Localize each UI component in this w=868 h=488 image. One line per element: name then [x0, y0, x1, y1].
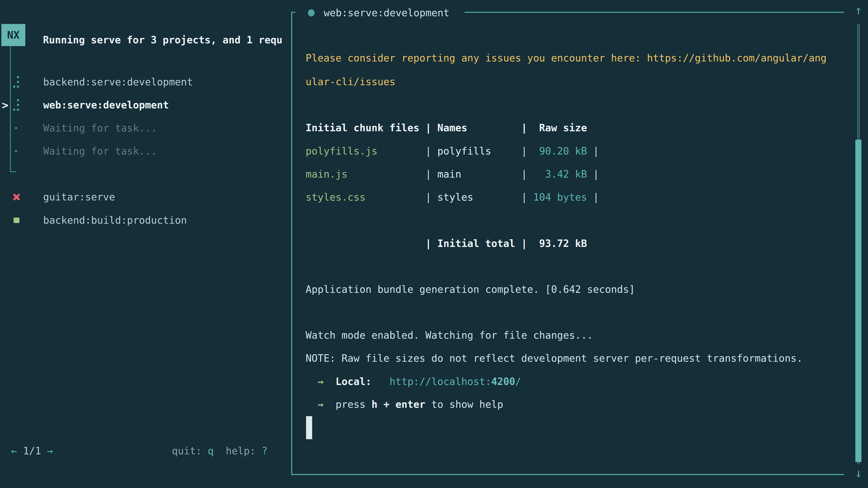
help-key: ?	[261, 445, 268, 457]
panel-border-top	[465, 12, 844, 13]
running-status-dot-icon	[308, 9, 315, 17]
local-url[interactable]: http://localhost:	[390, 376, 491, 387]
chunk-file: main.js	[306, 168, 347, 180]
app-title: Running serve for 3 projects, and 1 requ	[43, 29, 290, 51]
table-separator: |	[473, 191, 533, 203]
quit-key: q	[208, 445, 214, 457]
chunk-file: styles.css	[306, 191, 366, 203]
chunk-name: main	[437, 168, 461, 180]
panel-title: web:serve:development	[324, 2, 450, 24]
chunk-table-header: Initial chunk files | Names | Raw size	[306, 117, 587, 139]
task-row-backend-serve[interactable]: backend:serve:development	[0, 71, 291, 93]
issue-notice-line-1: Please consider reporting any issues you…	[306, 47, 827, 69]
task-label-selected: web:serve:development	[43, 94, 169, 116]
table-separator: |	[587, 145, 599, 157]
table-separator: |	[491, 145, 533, 157]
table-separator: |	[366, 191, 437, 203]
task-row-web-serve[interactable]: > web:serve:development	[0, 94, 291, 116]
pad	[306, 398, 318, 410]
help-text: to show help	[426, 398, 503, 410]
task-label: backend:serve:development	[43, 71, 193, 93]
success-square-icon	[13, 218, 20, 223]
chunk-size: 3.42 kB	[533, 168, 587, 180]
chunk-size: 104 bytes	[533, 191, 587, 203]
help-hint-line: → press h + enter to show help	[306, 393, 503, 416]
prompt-arrow-icon: →	[318, 398, 324, 410]
initial-total-line: | Initial total | 93.72 kB	[306, 232, 587, 255]
failed-cross-icon	[12, 193, 21, 201]
pagination: ← 1/1 →	[11, 440, 53, 462]
task-label: guitar:serve	[43, 186, 115, 208]
table-separator: |	[347, 168, 437, 180]
panel-border-top-stub	[291, 12, 295, 13]
spinner-icon	[13, 76, 20, 88]
local-url-slash[interactable]: /	[515, 376, 521, 387]
nx-logo: NX	[1, 24, 25, 46]
pad	[323, 398, 336, 410]
task-label: Waiting for task...	[43, 140, 157, 162]
watch-mode-line: Watch mode enabled. Watching for file ch…	[306, 324, 593, 347]
task-row-waiting-2[interactable]: Waiting for task...	[0, 140, 291, 162]
page-prev-arrow-icon[interactable]: ←	[11, 445, 17, 457]
chunk-table-row: polyfills.js | polyfills | 90.20 kB |	[306, 140, 599, 162]
panel-border-bottom	[291, 474, 844, 475]
terminal-cursor	[306, 416, 312, 439]
spinner-icon	[13, 99, 20, 111]
nx-tui-screen: NX Running serve for 3 projects, and 1 r…	[0, 0, 868, 488]
task-label: backend:build:production	[43, 209, 187, 232]
prompt-arrow-icon: →	[318, 376, 324, 387]
scroll-down-arrow-icon[interactable]: ↓	[852, 465, 865, 481]
scrollbar-thumb[interactable]	[855, 140, 862, 462]
task-label: Waiting for task...	[43, 117, 157, 139]
help-text: press	[336, 398, 371, 410]
chunk-size: 90.20 kB	[533, 145, 587, 157]
local-url-port[interactable]: 4200	[491, 376, 515, 387]
chunk-file: polyfills.js	[306, 145, 377, 157]
table-separator: |	[377, 145, 437, 157]
issue-notice-line-2: ular-cli/issues	[306, 70, 395, 93]
pad	[371, 376, 389, 387]
chunk-name: styles	[437, 191, 473, 203]
page-indicator: 1/1	[17, 445, 47, 457]
panel-border-left	[291, 12, 292, 475]
chunk-table-row: styles.css | styles | 104 bytes |	[306, 186, 599, 208]
quit-hint-label: quit:	[172, 445, 208, 457]
help-keys: h + enter	[371, 398, 425, 410]
task-row-backend-build[interactable]: backend:build:production	[0, 209, 291, 232]
pad	[306, 376, 318, 387]
table-separator: |	[587, 191, 599, 203]
keyboard-hints: quit: q help: ?	[172, 440, 268, 462]
local-label: Local:	[336, 376, 371, 387]
scroll-up-arrow-icon[interactable]: ↑	[852, 2, 865, 19]
chunk-name: polyfills	[437, 145, 491, 157]
note-line: NOTE: Raw file sizes do not reflect deve…	[306, 347, 803, 369]
local-url-line: → Local: http://localhost:4200/	[306, 370, 521, 393]
help-hint-label: help:	[214, 445, 261, 457]
bundle-complete-line: Application bundle generation complete. …	[306, 278, 635, 301]
table-separator: |	[461, 168, 533, 180]
page-next-arrow-icon[interactable]: →	[47, 445, 53, 457]
waiting-dot-icon	[15, 150, 17, 152]
task-row-waiting-1[interactable]: Waiting for task...	[0, 117, 291, 139]
table-separator: |	[587, 168, 599, 180]
chunk-table-row: main.js | main | 3.42 kB |	[306, 163, 599, 186]
pad	[323, 376, 336, 387]
tree-line-foot	[10, 171, 16, 172]
waiting-dot-icon	[15, 127, 17, 129]
task-row-guitar-serve[interactable]: guitar:serve	[0, 186, 291, 208]
